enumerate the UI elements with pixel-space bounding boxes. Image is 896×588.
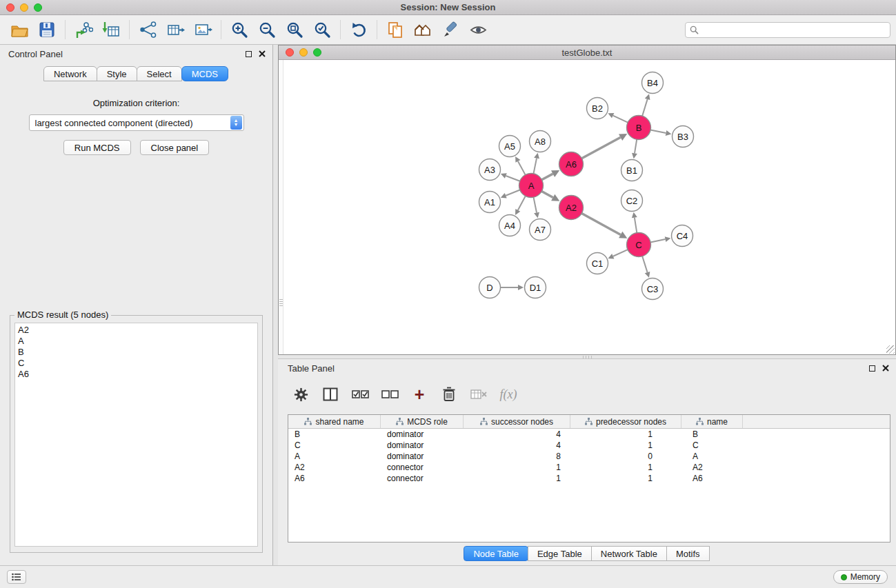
- import-network-from-file-button[interactable]: [70, 17, 97, 42]
- search-input[interactable]: [701, 26, 890, 35]
- table-cell[interactable]: B: [288, 429, 381, 440]
- tab-style[interactable]: Style: [97, 66, 137, 81]
- table-cell[interactable]: connector: [381, 462, 464, 473]
- edge-B-B1[interactable]: [635, 139, 637, 153]
- zoom-window-button[interactable]: [34, 3, 42, 12]
- edge-A-A4[interactable]: [518, 196, 526, 210]
- table-cell[interactable]: dominator: [381, 429, 464, 440]
- zoom-in-button[interactable]: [226, 17, 253, 42]
- memory-button[interactable]: Memory: [833, 570, 888, 584]
- mcds-result-item[interactable]: C: [18, 358, 257, 369]
- tab-node-table[interactable]: Node Table: [464, 546, 528, 561]
- table-cell[interactable]: A2: [288, 462, 381, 473]
- mcds-result-list[interactable]: A2ABCA6: [14, 323, 258, 547]
- export-image-button[interactable]: [189, 17, 217, 42]
- edge-C-C2[interactable]: [635, 218, 637, 233]
- table-settings-button[interactable]: [292, 385, 310, 403]
- edge-B-B2[interactable]: [613, 116, 628, 123]
- close-table-panel-icon[interactable]: [882, 365, 889, 372]
- optimization-criterion-select[interactable]: largest connected component (directed) ▴…: [29, 114, 244, 131]
- edge-A-A1[interactable]: [506, 190, 520, 195]
- edge-A6-B[interactable]: [581, 137, 620, 158]
- minimize-window-button[interactable]: [20, 3, 28, 12]
- search-field[interactable]: [685, 22, 890, 38]
- zoom-out-button[interactable]: [253, 17, 281, 42]
- mcds-result-item[interactable]: A2: [18, 325, 257, 336]
- table-cell[interactable]: dominator: [381, 440, 464, 451]
- export-table-button[interactable]: [161, 17, 189, 42]
- import-table-from-file-button[interactable]: [97, 17, 125, 42]
- edge-A-A3[interactable]: [506, 176, 519, 181]
- table-cell[interactable]: connector: [381, 473, 464, 484]
- export-network-button[interactable]: [381, 17, 409, 42]
- zoom-network-button[interactable]: [313, 48, 321, 57]
- edge-A-A7[interactable]: [533, 197, 537, 212]
- new-network-button[interactable]: [134, 17, 161, 42]
- table-cell[interactable]: C: [681, 440, 743, 451]
- show-columns-button[interactable]: [321, 385, 339, 403]
- table-cell[interactable]: C: [288, 440, 381, 451]
- mcds-result-item[interactable]: A: [18, 336, 257, 347]
- column-header-MCDS-role[interactable]: MCDS role: [381, 415, 464, 428]
- column-header-name[interactable]: name: [681, 415, 743, 428]
- apply-style-button[interactable]: [437, 17, 464, 42]
- table-cell[interactable]: dominator: [381, 451, 464, 462]
- table-cell[interactable]: 4: [464, 429, 570, 440]
- open-session-button[interactable]: [6, 17, 33, 42]
- mcds-result-item[interactable]: B: [18, 347, 257, 358]
- tab-network-table[interactable]: Network Table: [591, 546, 667, 561]
- show-hide-panel-button[interactable]: [464, 17, 492, 42]
- table-cell[interactable]: 4: [464, 440, 570, 451]
- run-mcds-button[interactable]: Run MCDS: [63, 140, 131, 155]
- network-graph[interactable]: B4B2BB3A8A5A6B1A3AC2A1A2A4A7C4CC1C3DD1: [279, 60, 895, 354]
- table-cell[interactable]: A2: [681, 462, 743, 473]
- zoom-selected-button[interactable]: [308, 17, 336, 42]
- table-cell[interactable]: 1: [570, 462, 681, 473]
- refresh-button[interactable]: [345, 17, 372, 42]
- edge-A-A5[interactable]: [518, 161, 526, 175]
- float-table-panel-icon[interactable]: [869, 365, 875, 372]
- column-header-shared-name[interactable]: shared name: [288, 415, 381, 428]
- show-all-networks-button[interactable]: [409, 17, 437, 42]
- resize-handle-icon[interactable]: [886, 345, 895, 354]
- unselect-all-columns-button[interactable]: [381, 385, 399, 403]
- minimize-network-button[interactable]: [299, 48, 308, 57]
- close-window-button[interactable]: [6, 3, 14, 12]
- task-history-button[interactable]: [7, 570, 26, 584]
- edge-A-A2[interactable]: [541, 191, 552, 197]
- edge-B-B4[interactable]: [642, 99, 648, 116]
- edge-A-A6[interactable]: [541, 174, 552, 180]
- table-cell[interactable]: B: [681, 429, 743, 440]
- gutter-grip-icon[interactable]: [279, 298, 283, 307]
- function-builder-button[interactable]: f(x): [499, 385, 517, 403]
- edge-A2-C[interactable]: [581, 213, 620, 234]
- table-cell[interactable]: 1: [570, 440, 681, 451]
- table-row[interactable]: Bdominator41B: [288, 429, 890, 440]
- tab-edge-table[interactable]: Edge Table: [528, 546, 592, 561]
- close-panel-icon[interactable]: [259, 50, 266, 57]
- table-cell[interactable]: 1: [464, 473, 570, 484]
- table-cell[interactable]: 1: [464, 462, 570, 473]
- edge-C-C1[interactable]: [613, 250, 628, 256]
- tab-select[interactable]: Select: [137, 66, 182, 81]
- tab-mcds[interactable]: MCDS: [181, 66, 228, 81]
- delete-table-button[interactable]: [470, 385, 488, 403]
- table-cell[interactable]: A6: [288, 473, 381, 484]
- edge-A-A8[interactable]: [533, 158, 537, 173]
- table-cell[interactable]: A: [288, 451, 381, 462]
- edge-B-B3[interactable]: [650, 130, 666, 133]
- table-row[interactable]: Cdominator41C: [288, 440, 890, 451]
- table-row[interactable]: Adominator80A: [288, 451, 890, 462]
- table-cell[interactable]: 1: [570, 473, 681, 484]
- delete-column-button[interactable]: [440, 385, 458, 403]
- table-row[interactable]: A2connector11A2: [288, 462, 890, 473]
- column-header-predecessor-nodes[interactable]: predecessor nodes: [570, 415, 681, 428]
- network-canvas[interactable]: B4B2BB3A8A5A6B1A3AC2A1A2A4A7C4CC1C3DD1: [279, 60, 895, 354]
- float-panel-icon[interactable]: [246, 51, 252, 57]
- edge-C-C4[interactable]: [650, 239, 665, 242]
- close-panel-button[interactable]: Close panel: [140, 140, 210, 155]
- table-row[interactable]: A6connector11A6: [288, 473, 890, 484]
- table-cell[interactable]: 0: [570, 451, 681, 462]
- tab-network[interactable]: Network: [43, 66, 97, 81]
- table-cell[interactable]: A6: [681, 473, 743, 484]
